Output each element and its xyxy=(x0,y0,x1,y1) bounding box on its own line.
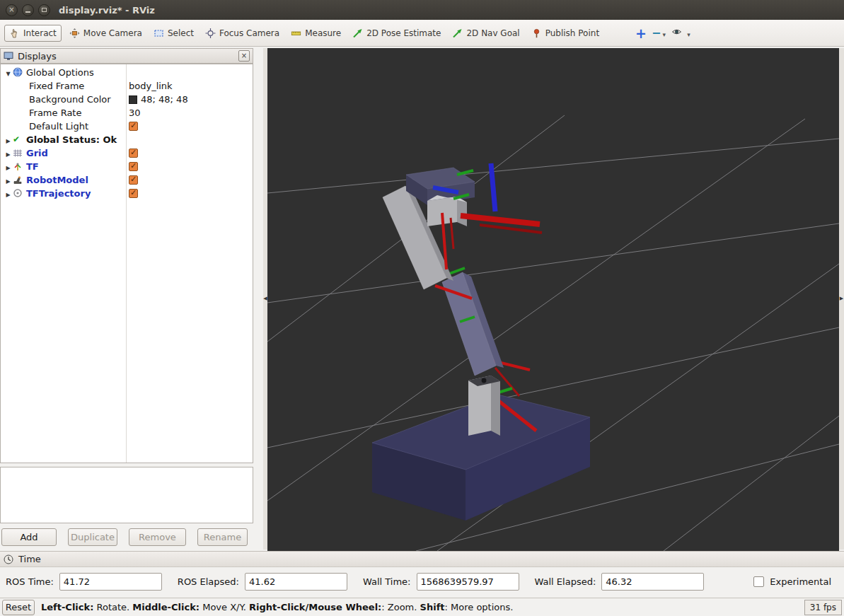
status-bar: Reset Left-Click: Rotate. Middle-Click: … xyxy=(0,598,844,616)
robotmodel-enabled-checkbox checkbox-checked-icon[interactable] xyxy=(129,175,138,185)
expander-icon[interactable] xyxy=(4,188,13,199)
toolbar: Interact Move Camera Select Focus Camera… xyxy=(0,20,844,47)
minus-icon xyxy=(652,26,661,40)
robot-model-icon xyxy=(13,175,23,185)
tool-2d-pose-estimate[interactable]: 2D Pose Estimate xyxy=(349,25,444,42)
tree-row-global-status[interactable]: Global Status: Ok xyxy=(1,133,253,146)
wall-elapsed-input[interactable] xyxy=(601,573,704,591)
collapse-left-icon xyxy=(263,296,267,301)
displays-panel-icon xyxy=(4,51,14,61)
experimental-checkbox[interactable] xyxy=(753,576,764,587)
z-axis-marker xyxy=(491,163,495,211)
panel-splitter-handle[interactable] xyxy=(839,48,844,550)
ros-elapsed-label: ROS Elapsed: xyxy=(178,576,239,587)
grid-enabled-checkbox checkbox-checked-icon[interactable] xyxy=(129,149,138,158)
time-panel: Time ROS Time: ROS Elapsed: Wall Time: W… xyxy=(0,551,844,598)
close-panel-button close-icon[interactable] xyxy=(238,50,250,62)
reset-button[interactable]: Reset xyxy=(2,600,35,615)
plus-icon add-tool-button[interactable] xyxy=(635,28,646,38)
displays-panel: Displays Global Options Fixed Frame body… xyxy=(0,47,263,551)
tree-row-tf[interactable]: TF xyxy=(1,160,253,173)
grid-display-icon xyxy=(13,148,23,158)
frame-rate-value[interactable]: 30 xyxy=(129,106,141,120)
expander-icon[interactable] xyxy=(4,161,13,172)
toolbar-extras xyxy=(635,26,690,40)
duplicate-display-button[interactable]: Duplicate xyxy=(68,528,117,546)
tree-row-frame-rate[interactable]: Frame Rate 30 xyxy=(1,106,253,120)
default-light-checkbox checkbox-checked-icon[interactable] xyxy=(129,122,138,131)
expander-icon[interactable] xyxy=(4,134,13,145)
collapse-right-icon xyxy=(840,296,843,301)
tool-2d-nav-goal[interactable]: 2D Nav Goal xyxy=(449,25,523,42)
time-panel-title: Time xyxy=(18,554,41,564)
rename-display-button[interactable]: Rename xyxy=(197,528,248,546)
time-fields: ROS Time: ROS Elapsed: Wall Time: Wall E… xyxy=(0,567,844,591)
tree-row-background-color[interactable]: Background Color 48; 48; 48 xyxy=(1,93,253,106)
displays-panel-header[interactable]: Displays xyxy=(0,48,253,64)
remove-tool-button[interactable] xyxy=(652,26,666,40)
color-swatch xyxy=(129,95,137,104)
tree-row-fixed-frame[interactable]: Fixed Frame body_link xyxy=(1,79,253,93)
window-title: display.rviz* - RViz xyxy=(59,5,155,16)
wall-time-label: Wall Time: xyxy=(363,576,411,587)
tree-row-tftrajectory[interactable]: TFTrajectory xyxy=(1,187,253,200)
background-color-value[interactable]: 48; 48; 48 xyxy=(141,94,188,105)
status-help-text: Left-Click: Rotate. Middle-Click: Move X… xyxy=(41,602,513,612)
remove-display-button[interactable]: Remove xyxy=(129,528,186,546)
tf-enabled-checkbox checkbox-checked-icon[interactable] xyxy=(129,162,138,171)
add-display-button[interactable]: Add xyxy=(1,528,57,546)
expander-icon[interactable] xyxy=(4,67,13,78)
tool-move-camera[interactable]: Move Camera xyxy=(66,25,146,42)
titlebar: display.rviz* - RViz xyxy=(0,0,844,20)
minimize-window-button[interactable] xyxy=(22,4,34,16)
focus-crosshair-icon xyxy=(205,28,216,38)
expander-icon[interactable] xyxy=(4,148,13,158)
ros-time-input[interactable] xyxy=(59,573,162,591)
displays-tree[interactable]: Global Options Fixed Frame body_link Bac… xyxy=(0,64,253,463)
close-window-button[interactable] xyxy=(6,4,18,16)
3d-viewport[interactable] xyxy=(267,48,839,551)
wall-elapsed-label: Wall Elapsed: xyxy=(535,576,596,587)
maximize-window-button[interactable] xyxy=(38,4,50,16)
tool-visibility-button[interactable] xyxy=(671,26,690,40)
experimental-label: Experimental xyxy=(770,576,831,587)
green-arrow-icon xyxy=(352,28,363,38)
globe-icon xyxy=(13,67,23,78)
robot-post-link xyxy=(468,376,500,436)
tree-row-global-options[interactable]: Global Options xyxy=(1,66,253,79)
tftrajectory-enabled-checkbox checkbox-checked-icon[interactable] xyxy=(129,189,138,198)
grid-lines xyxy=(267,115,839,551)
ros-time-label: ROS Time: xyxy=(6,576,54,587)
expander-icon[interactable] xyxy=(4,175,13,185)
tool-measure[interactable]: Measure xyxy=(287,25,345,42)
property-description-area xyxy=(0,467,253,523)
tree-row-default-light[interactable]: Default Light xyxy=(1,120,253,133)
tool-publish-point[interactable]: Publish Point xyxy=(528,25,603,42)
eye-icon xyxy=(671,27,682,37)
select-box-icon xyxy=(154,28,164,38)
displays-panel-title: Displays xyxy=(18,51,57,62)
ros-elapsed-input[interactable] xyxy=(245,573,347,591)
clock-icon xyxy=(4,554,14,564)
time-panel-header[interactable]: Time xyxy=(0,551,844,567)
tree-row-robotmodel[interactable]: RobotModel xyxy=(1,173,253,187)
move-camera-icon xyxy=(69,28,80,38)
tree-row-grid[interactable]: Grid xyxy=(1,146,253,160)
rviz-window: display.rviz* - RViz Interact Move Camer… xyxy=(0,0,844,616)
tool-select[interactable]: Select xyxy=(150,25,197,42)
fps-counter: 31 fps xyxy=(804,600,842,615)
robot-head-link xyxy=(427,195,467,226)
tool-focus-camera[interactable]: Focus Camera xyxy=(202,25,283,42)
fixed-frame-value[interactable]: body_link xyxy=(129,79,173,93)
ruler-icon xyxy=(291,28,301,38)
status-ok-check-icon xyxy=(13,134,23,145)
trajectory-icon xyxy=(13,188,23,199)
green-arrow-icon xyxy=(452,28,463,38)
hand-icon xyxy=(9,28,20,38)
3d-scene xyxy=(267,48,839,551)
tf-display-icon xyxy=(13,161,23,172)
point-marker-icon xyxy=(531,28,542,38)
main-area: Displays Global Options Fixed Frame body… xyxy=(0,47,844,551)
tool-interact[interactable]: Interact xyxy=(4,25,62,42)
wall-time-input[interactable] xyxy=(417,573,519,591)
